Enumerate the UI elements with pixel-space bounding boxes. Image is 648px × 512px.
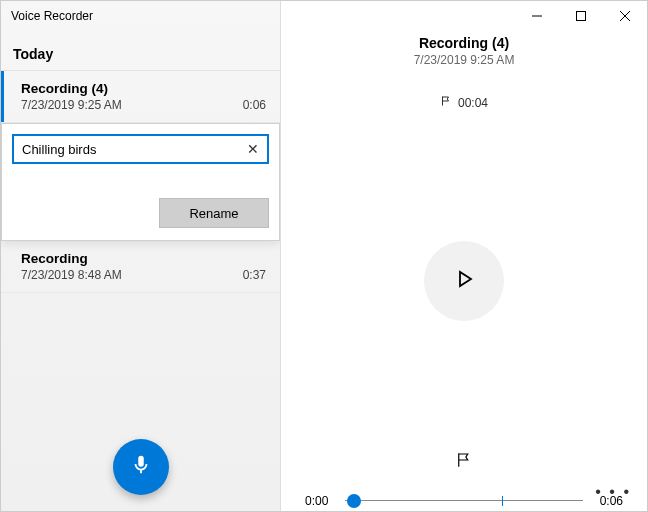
marker-time: 00:04 bbox=[458, 96, 488, 110]
play-icon bbox=[452, 267, 476, 295]
rename-button[interactable]: Rename bbox=[159, 198, 269, 228]
svg-rect-1 bbox=[577, 12, 586, 21]
detail-title: Recording (4) bbox=[281, 35, 647, 51]
flag-icon bbox=[440, 95, 452, 110]
detail-pane: Recording (4) 7/23/2019 9:25 AM 00:04 0: bbox=[281, 1, 647, 511]
detail-subtitle: 7/23/2019 9:25 AM bbox=[281, 53, 647, 67]
recordings-pane: Voice Recorder Today Recording (4) 7/23/… bbox=[1, 1, 281, 511]
window-title: Voice Recorder bbox=[1, 1, 280, 31]
marker-timestamp[interactable]: 00:04 bbox=[281, 95, 647, 110]
minimize-button[interactable] bbox=[515, 1, 559, 31]
play-area bbox=[281, 110, 647, 451]
record-button[interactable] bbox=[113, 439, 169, 495]
window-controls bbox=[515, 1, 647, 31]
more-button[interactable]: • • • bbox=[595, 483, 631, 501]
seek-thumb[interactable] bbox=[347, 494, 361, 508]
seek-current: 0:00 bbox=[305, 494, 335, 508]
close-button[interactable] bbox=[603, 1, 647, 31]
recording-title: Recording bbox=[21, 251, 266, 266]
maximize-button[interactable] bbox=[559, 1, 603, 31]
minimize-icon bbox=[532, 11, 542, 21]
flag-icon bbox=[455, 455, 473, 472]
clear-icon[interactable]: ✕ bbox=[245, 141, 261, 157]
seek-marker-tick bbox=[502, 496, 503, 506]
close-icon bbox=[620, 11, 630, 21]
recording-duration: 0:37 bbox=[243, 268, 266, 282]
recording-timestamp: 7/23/2019 9:25 AM bbox=[21, 98, 122, 112]
maximize-icon bbox=[576, 11, 586, 21]
recording-duration: 0:06 bbox=[243, 98, 266, 112]
seek-bar: 0:00 0:06 bbox=[281, 481, 647, 511]
rename-popup: ✕ Rename bbox=[1, 123, 280, 241]
microphone-icon bbox=[130, 454, 152, 480]
recording-item[interactable]: Recording (4) 7/23/2019 9:25 AM 0:06 bbox=[1, 71, 280, 123]
recording-title: Recording (4) bbox=[21, 81, 266, 96]
add-marker-button[interactable] bbox=[281, 451, 647, 473]
play-button[interactable] bbox=[424, 241, 504, 321]
section-heading: Today bbox=[1, 31, 280, 71]
track-line bbox=[345, 500, 583, 501]
rename-input[interactable] bbox=[22, 142, 245, 157]
seek-track[interactable] bbox=[345, 491, 583, 511]
recording-timestamp: 7/23/2019 8:48 AM bbox=[21, 268, 122, 282]
rename-input-wrap[interactable]: ✕ bbox=[12, 134, 269, 164]
recording-item[interactable]: Recording 7/23/2019 8:48 AM 0:37 bbox=[1, 241, 280, 293]
voice-recorder-window: Voice Recorder Today Recording (4) 7/23/… bbox=[0, 0, 648, 512]
